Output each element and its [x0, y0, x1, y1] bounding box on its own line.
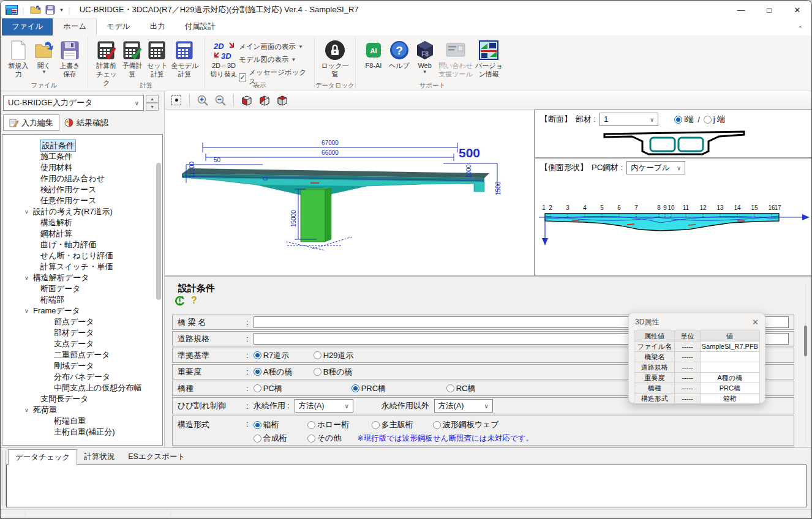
new-input-button[interactable]: 新規入力 [6, 37, 31, 79]
quick-open-button[interactable] [28, 2, 43, 17]
tab-calc-status[interactable]: 計算状況 [77, 449, 121, 466]
tab-input-edit[interactable]: 入力編集 [3, 114, 59, 131]
tree-item[interactable]: 主桁自重(補正分) [2, 427, 162, 438]
radio-h29[interactable]: H29道示 [314, 350, 354, 361]
radio-hollow-girder[interactable]: ホロー桁 [307, 419, 372, 430]
non-permanent-method-select[interactable]: 方法(A)∨ [434, 399, 493, 413]
tree-item[interactable]: 中間支点上の仮想分布幅 [2, 383, 162, 394]
tab-model[interactable]: モデル [97, 18, 140, 35]
open-button[interactable]: 開く ▼ [31, 37, 57, 74]
tree-item[interactable]: 使用材料 [2, 162, 162, 173]
tree-item[interactable]: 桁端自重 [2, 416, 162, 427]
zoom-in-icon[interactable] [196, 94, 209, 107]
radio-class-b[interactable]: B種の橋 [314, 367, 353, 378]
save-button[interactable]: 上書き保存 [57, 37, 83, 79]
quick-save-button[interactable] [43, 2, 58, 17]
precheck-button[interactable]: 計算前チェック [93, 37, 120, 87]
2d3d-toggle-button[interactable]: 2D3D 2D⇔3D切り替え [210, 37, 238, 79]
spinner-up-icon[interactable]: ▲ [146, 95, 159, 103]
help-icon[interactable]: ? [191, 295, 197, 306]
dock-grip[interactable] [2, 450, 6, 506]
radio-corrugated-web[interactable]: 波形鋼板ウェブ [433, 419, 499, 430]
tab-es-export[interactable]: ESエクスポート [121, 449, 192, 466]
tree-item[interactable]: 桁端部 [2, 294, 162, 305]
model-view-dropdown[interactable]: モデル図の表示▼ [239, 55, 309, 64]
j-end-radio[interactable]: j 端 [704, 114, 726, 125]
permanent-method-select[interactable]: 方法(A)∨ [295, 399, 353, 413]
tree-item-expandable[interactable]: ∨設計の考え方(R7道示) [2, 206, 162, 217]
tree-item[interactable]: 支間長データ [2, 394, 162, 405]
tree-item[interactable]: 剛域データ [2, 360, 162, 372]
tab-data-check[interactable]: データチェック [8, 449, 77, 466]
tree-item[interactable]: 支点データ [2, 338, 162, 349]
expander-icon[interactable]: ∨ [24, 407, 33, 413]
tree-item[interactable]: 検討作用ケース [2, 184, 162, 195]
tree-scrollbar[interactable] [156, 163, 161, 300]
tab-file[interactable]: ファイル [2, 18, 53, 35]
tree-item[interactable]: 二重節点データ [2, 349, 162, 360]
radio-class-a[interactable]: A種の橋 [254, 367, 314, 378]
combo-spinner[interactable]: ▲▼ [146, 95, 159, 111]
view-top-cube-icon[interactable] [276, 94, 289, 107]
radio-prc[interactable]: PRC橋 [351, 383, 446, 394]
expander-icon[interactable]: ∨ [24, 308, 33, 314]
tree-item[interactable]: せん断・ねじり評価 [2, 250, 162, 261]
tab-output[interactable]: 出力 [140, 18, 175, 35]
tree-item[interactable]: 分布バネデータ [2, 372, 162, 383]
version-info-button[interactable]: バージョン情報 [474, 37, 504, 79]
tree-item[interactable]: 曲げ・軸力評価 [2, 239, 162, 250]
tree-item[interactable]: 断面データ [2, 283, 162, 294]
view-front-cube-icon[interactable] [240, 94, 254, 107]
i-end-radio[interactable]: i端 [674, 114, 694, 125]
form-scrollbar-thumb[interactable] [804, 326, 807, 356]
tab-result-check[interactable]: 結果確認 [59, 114, 114, 131]
confirm-refresh-icon[interactable] [175, 296, 185, 306]
web-button[interactable]: F8 Web ▼ [412, 37, 438, 74]
form-scrollbar-track[interactable] [805, 284, 806, 442]
preliminary-calc-button[interactable]: 予備計算 [120, 37, 145, 79]
collapse-ribbon-icon[interactable]: ⌃ [798, 25, 803, 32]
view-iso-cube-icon[interactable] [258, 94, 271, 107]
tree-item[interactable]: 部材データ [2, 327, 162, 338]
tree-item[interactable]: 構造解析 [2, 217, 162, 228]
radio-rc[interactable]: RC橋 [446, 383, 476, 394]
radio-r7[interactable]: R7道示 [254, 350, 314, 361]
set-calc-button[interactable]: セット計算 [145, 37, 170, 79]
quick-access-caret[interactable]: ▼ [59, 7, 64, 13]
fit-view-icon[interactable] [170, 94, 183, 107]
radio-pc[interactable]: PC橋 [254, 383, 351, 394]
tree-item[interactable]: 節点データ [2, 316, 162, 327]
data-mode-combobox[interactable]: UC-BRIDGE入力データ∨ [3, 95, 144, 111]
help-button[interactable]: ? ヘルプ [386, 37, 412, 70]
inquiry-tool-button[interactable]: 問い合わせ支援ツール [438, 37, 474, 79]
pc-steel-select[interactable]: 内ケーブル∨ [626, 161, 685, 174]
maximize-button[interactable]: □ [755, 1, 783, 19]
tree-item[interactable]: 鋼材計算 [2, 228, 162, 239]
all-model-calc-button[interactable]: 全モデル計算 [170, 37, 200, 79]
spinner-down-icon[interactable]: ▼ [146, 103, 159, 111]
tab-accessory-design[interactable]: 付属設計 [175, 18, 225, 35]
radio-other[interactable]: その他 [307, 433, 342, 444]
tree-item-expandable[interactable]: ∨Frameデータ [2, 305, 162, 316]
radio-box-girder[interactable]: 箱桁 [254, 419, 307, 430]
close-button[interactable]: ✕ [783, 1, 811, 19]
tab-home[interactable]: ホーム [53, 18, 97, 35]
lock-list-button[interactable]: ロック一覧 [320, 37, 350, 79]
tree-item[interactable]: 作用の組み合わせ [2, 173, 162, 184]
zoom-out-icon[interactable] [214, 94, 227, 107]
member-select[interactable]: 1∨ [600, 113, 658, 126]
expander-icon[interactable]: ∨ [24, 275, 33, 281]
tree-item[interactable]: 計算スイッチ・単価 [2, 261, 162, 272]
f8ai-button[interactable]: AI F8-AI [361, 37, 386, 70]
tree-item[interactable]: 任意作用ケース [2, 195, 162, 206]
radio-composite-girder[interactable]: 合成桁 [254, 433, 307, 444]
tree-item-expandable[interactable]: ∨死荷重 [2, 405, 162, 416]
main-3d-viewport[interactable]: 67000 66000 11000 50 0 500 1000 1500 150… [165, 110, 535, 276]
minimize-button[interactable]: — [727, 1, 755, 19]
close-icon[interactable]: ✕ [752, 318, 759, 327]
tree-item-expandable[interactable]: ∨構造解析データ [2, 272, 162, 283]
radio-multi-slab[interactable]: 多主版桁 [372, 419, 433, 430]
expander-icon[interactable]: ∨ [24, 209, 33, 215]
tree-item[interactable]: 施工条件 [2, 151, 162, 162]
main-view-dropdown[interactable]: メイン画面の表示▼ [239, 42, 309, 51]
